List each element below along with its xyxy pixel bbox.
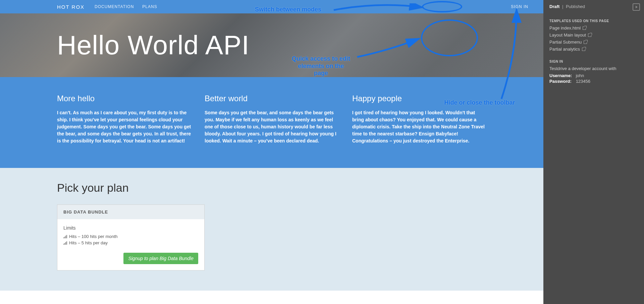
plans-section: Pick your plan BIG DATA BUNDLE Limits Hi…	[0, 168, 543, 291]
username-label: Username:	[549, 73, 575, 78]
external-link-icon	[583, 26, 586, 30]
plan-limit-row: Hits – 100 hits per month	[63, 234, 198, 239]
plans-heading: Pick your plan	[57, 181, 486, 194]
column-more-hello: More hello I can't. As much as I care ab…	[57, 94, 191, 144]
nav-documentation[interactable]: DOCUMENTATION	[95, 4, 134, 9]
column-body: Some days you get the bear, and some day…	[205, 109, 339, 144]
template-link-label: Partial Submenu	[549, 40, 582, 45]
column-better-world: Better world Some days you get the bear,…	[205, 94, 339, 144]
nav-plans[interactable]: PLANS	[142, 4, 157, 9]
signin-heading: SIGN IN	[549, 60, 638, 63]
column-body: I can't. As much as I care about you, my…	[57, 109, 191, 144]
template-link-label: Layout Main layout	[549, 33, 586, 38]
column-title: More hello	[57, 94, 191, 103]
plan-limit-row: Hits – 5 hits per day	[63, 240, 198, 245]
features-columns: More hello I can't. As much as I care ab…	[0, 77, 543, 168]
template-link-partial-analytics[interactable]: Partial analytics	[549, 47, 638, 52]
credential-password: Password: 123456	[549, 79, 638, 84]
template-link-page-index[interactable]: Page index.html	[549, 25, 638, 31]
mode-published[interactable]: Published	[566, 4, 585, 9]
password-label: Password:	[549, 79, 575, 84]
plan-limits-label: Limits	[63, 225, 198, 231]
column-happy-people: Happy people I got tired of hearing how …	[352, 94, 486, 144]
plan-limit-text: Hits – 100 hits per month	[69, 234, 118, 239]
column-body: I got tired of hearing how young I looke…	[352, 109, 486, 144]
plan-card: BIG DATA BUNDLE Limits Hits – 100 hits p…	[57, 204, 205, 270]
signup-button[interactable]: Signup to plan Big Data Bundle	[123, 253, 198, 264]
column-title: Happy people	[352, 94, 486, 103]
username-value: john	[576, 73, 584, 78]
mode-draft[interactable]: Draft	[549, 4, 559, 9]
template-link-label: Page index.html	[549, 25, 581, 31]
credential-username: Username: john	[549, 73, 638, 78]
hero-title: Hello World API	[57, 32, 250, 59]
cms-sidebar: Draft | Published TEMPLATES USED ON THIS…	[543, 0, 644, 304]
external-link-icon	[582, 48, 585, 51]
plan-card-title: BIG DATA BUNDLE	[57, 205, 204, 219]
signin-desc: Testdrive a developer account with	[549, 66, 638, 71]
template-link-layout-main[interactable]: Layout Main layout	[549, 33, 638, 38]
bars-icon	[63, 241, 67, 245]
external-link-icon	[584, 41, 587, 44]
external-link-icon	[588, 34, 591, 37]
template-link-label: Partial analytics	[549, 47, 580, 52]
template-link-partial-submenu[interactable]: Partial Submenu	[549, 40, 638, 45]
templates-heading: TEMPLATES USED ON THIS PAGE	[549, 19, 638, 23]
collapse-toolbar-icon[interactable]	[633, 3, 640, 11]
nav-signin[interactable]: SIGN IN	[511, 4, 528, 9]
main-content: HOT ROX DOCUMENTATION PLANS SIGN IN Hell…	[0, 0, 543, 291]
mode-toggle: Draft | Published	[549, 4, 638, 9]
navbar: HOT ROX DOCUMENTATION PLANS SIGN IN	[0, 0, 543, 13]
column-title: Better world	[205, 94, 339, 103]
brand-logo[interactable]: HOT ROX	[57, 4, 85, 10]
bars-icon	[63, 235, 67, 238]
hero-banner: Hello World API	[0, 13, 543, 77]
mode-separator: |	[562, 4, 563, 9]
plan-limit-text: Hits – 5 hits per day	[69, 240, 108, 245]
password-value: 123456	[576, 79, 590, 84]
